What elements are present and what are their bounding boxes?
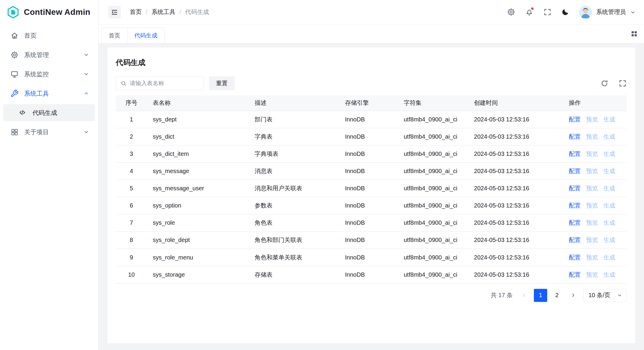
column-header-table-name: 表名称 [147, 95, 249, 111]
search-input[interactable] [130, 80, 200, 87]
logo[interactable]: ContiNew Admin [0, 0, 98, 25]
cell-engine: InnoDB [339, 214, 398, 232]
tables-table: 序号 表名称 描述 存储引擎 字符集 创建时间 操作 1sys_dept部门表I… [116, 95, 627, 284]
gear-icon [10, 51, 19, 59]
action-preview[interactable]: 预览 [586, 151, 598, 157]
action-preview[interactable]: 预览 [586, 254, 598, 261]
breadcrumb-item-home[interactable]: 首页 [130, 8, 142, 16]
tab-home[interactable]: 首页 [102, 27, 128, 43]
column-header-created-time: 创建时间 [468, 95, 563, 111]
topbar-actions: 系统管理员 [507, 6, 636, 19]
pagination-prev-button[interactable] [518, 289, 531, 302]
dark-mode-button[interactable] [561, 8, 570, 17]
cell-description: 参数表 [249, 197, 339, 214]
pagination-page-2[interactable]: 2 [550, 289, 564, 302]
action-generate[interactable]: 生成 [603, 116, 615, 123]
sidebar-item-about[interactable]: 关于项目 [3, 123, 95, 140]
action-generate[interactable]: 生成 [603, 219, 615, 226]
pagination-next-button[interactable] [567, 289, 580, 302]
sidebar-item-home[interactable]: 首页 [3, 27, 95, 44]
reset-button[interactable]: 重置 [209, 76, 235, 90]
sidebar-item-system-monitor[interactable]: 系统监控 [3, 66, 95, 83]
sidebar-menu: 首页 系统管理 系统监控 [0, 25, 98, 143]
action-preview[interactable]: 预览 [586, 219, 598, 226]
action-config[interactable]: 配置 [569, 151, 581, 157]
breadcrumb: 首页 / 系统工具 / 代码生成 [130, 8, 209, 16]
action-generate[interactable]: 生成 [603, 151, 615, 157]
cell-created-time: 2024-05-03 12:53:16 [468, 163, 563, 180]
cell-engine: InnoDB [339, 111, 398, 128]
action-config[interactable]: 配置 [569, 271, 581, 278]
table-fullscreen-button[interactable] [618, 79, 627, 88]
action-config[interactable]: 配置 [569, 202, 581, 209]
table-row: 10sys_storage存储表InnoDButf8mb4_0900_ai_ci… [116, 266, 627, 283]
tab-label: 首页 [109, 31, 120, 39]
tab-actions-button[interactable] [630, 30, 638, 38]
chevron-down-icon [617, 293, 622, 298]
action-generate[interactable]: 生成 [603, 202, 615, 209]
table-row: 6sys_option参数表InnoDButf8mb4_0900_ai_ci20… [116, 197, 627, 214]
sidebar-item-system-tools[interactable]: 系统工具 [3, 85, 95, 102]
cell-engine: InnoDB [339, 163, 398, 180]
notifications-button[interactable] [525, 8, 534, 17]
cell-actions: 配置预览生成 [563, 163, 627, 180]
action-preview[interactable]: 预览 [586, 133, 598, 140]
sidebar-item-system-management[interactable]: 系统管理 [3, 46, 95, 63]
topbar: 首页 / 系统工具 / 代码生成 [99, 0, 644, 25]
action-config[interactable]: 配置 [569, 219, 581, 226]
action-config[interactable]: 配置 [569, 116, 581, 123]
breadcrumb-item-system-tools[interactable]: 系统工具 [151, 8, 175, 16]
page-size-value: 10 条/页 [588, 291, 610, 299]
cell-engine: InnoDB [339, 145, 398, 162]
cell-created-time: 2024-05-03 12:53:16 [468, 180, 563, 197]
cell-description: 字典项表 [249, 145, 339, 162]
toolbar: 重置 [116, 76, 627, 90]
avatar [579, 6, 592, 19]
pagination: 共 17 条 1 2 10 条/页 [116, 289, 627, 302]
action-generate[interactable]: 生成 [603, 185, 615, 191]
sidebar-item-code-generation[interactable]: 代码生成 [3, 104, 95, 121]
refresh-button[interactable] [600, 79, 609, 88]
action-generate[interactable]: 生成 [603, 271, 615, 278]
table-name-search [116, 76, 204, 90]
action-generate[interactable]: 生成 [603, 254, 615, 261]
cell-description: 消息表 [249, 163, 339, 180]
sidebar-collapse-button[interactable] [108, 6, 121, 18]
chevron-down-icon [83, 71, 89, 77]
action-preview[interactable]: 预览 [586, 271, 598, 278]
cell-actions: 配置预览生成 [563, 214, 627, 232]
action-config[interactable]: 配置 [569, 237, 581, 243]
breadcrumb-separator: / [179, 9, 181, 15]
action-preview[interactable]: 预览 [586, 168, 598, 174]
cell-table-name: sys_dept [147, 111, 249, 128]
chevron-down-icon [83, 52, 89, 58]
action-preview[interactable]: 预览 [586, 185, 598, 191]
column-header-actions: 操作 [563, 95, 627, 111]
fullscreen-button[interactable] [543, 8, 552, 17]
notification-badge-dot [531, 7, 534, 10]
cell-index: 6 [116, 197, 147, 214]
action-config[interactable]: 配置 [569, 133, 581, 140]
settings-button[interactable] [507, 8, 515, 17]
action-generate[interactable]: 生成 [603, 237, 615, 243]
pagination-page-1[interactable]: 1 [534, 289, 547, 302]
column-header-description: 描述 [249, 95, 339, 111]
table-row: 1sys_dept部门表InnoDButf8mb4_0900_ai_ci2024… [116, 111, 627, 128]
action-preview[interactable]: 预览 [586, 202, 598, 209]
cell-charset: utf8mb4_0900_ai_ci [398, 197, 468, 214]
action-config[interactable]: 配置 [569, 185, 581, 191]
gear-icon [507, 8, 515, 16]
action-generate[interactable]: 生成 [603, 133, 615, 140]
menu-fold-icon [111, 9, 118, 16]
action-config[interactable]: 配置 [569, 168, 581, 174]
cell-charset: utf8mb4_0900_ai_ci [398, 214, 468, 232]
action-generate[interactable]: 生成 [603, 168, 615, 174]
action-config[interactable]: 配置 [569, 254, 581, 261]
action-preview[interactable]: 预览 [586, 237, 598, 243]
user-menu[interactable]: 系统管理员 [579, 6, 636, 19]
page-size-select[interactable]: 10 条/页 [583, 289, 627, 302]
action-preview[interactable]: 预览 [586, 116, 598, 123]
monitor-icon [10, 70, 19, 78]
tab-code-generation[interactable]: 代码生成 [127, 27, 164, 43]
cell-description: 角色和菜单关联表 [249, 249, 339, 266]
